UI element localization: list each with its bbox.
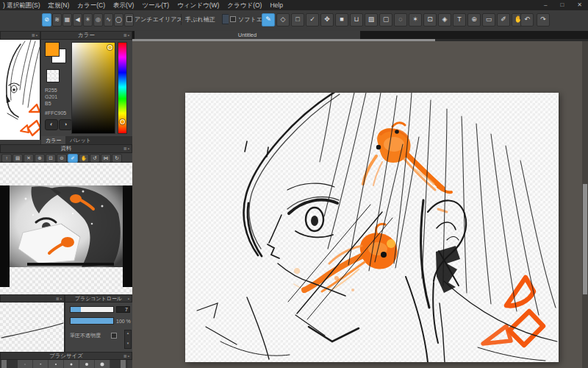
opacity-slider[interactable] — [70, 317, 114, 325]
flip-icon[interactable]: ⋈ — [101, 154, 111, 163]
edit-tool-icon[interactable]: ⊡ — [423, 13, 437, 26]
brush-size-preset[interactable] — [79, 360, 95, 368]
menu-item-window[interactable]: ウィンドウ(W) — [177, 0, 219, 10]
panel-collapse-icon[interactable]: ▪ — [128, 146, 130, 151]
tab-palette[interactable]: パレット — [65, 136, 96, 144]
menu-item-cloud[interactable]: クラウド(O) — [227, 0, 262, 10]
reference-image-view[interactable] — [0, 163, 132, 294]
scrollbar-thumb[interactable] — [1, 360, 7, 368]
color-mode-button-1[interactable]: ◐ — [45, 119, 58, 130]
undo-icon[interactable]: ↶ — [520, 13, 534, 26]
ruler-radial-icon[interactable]: ✳ — [83, 13, 93, 26]
panel-collapse-icon[interactable]: ▪ — [128, 33, 130, 38]
menu-item-color[interactable]: カラー(C) — [77, 0, 105, 10]
rotate-right-icon[interactable]: ↻ — [112, 154, 122, 163]
menu-item-ruler[interactable]: 定規(N) — [49, 0, 70, 10]
scrollbar-thumb[interactable] — [121, 360, 126, 368]
zoom-in-icon[interactable]: ⊕ — [35, 154, 45, 163]
menu-item-view[interactable]: 表示(V) — [113, 0, 134, 10]
folder-icon[interactable]: ▤ — [12, 154, 23, 163]
move-tool-icon[interactable]: ✥ — [320, 13, 334, 26]
maximize-button[interactable]: □ — [560, 0, 564, 10]
vertical-scrollbar-thumb[interactable] — [583, 184, 587, 294]
brush-size-preset[interactable] — [18, 360, 33, 368]
figure-tool-icon[interactable]: □ — [291, 13, 304, 26]
pen-tool-icon[interactable]: ✐ — [497, 13, 510, 26]
hue-slider-marker[interactable] — [120, 119, 125, 124]
bucket-tool-icon[interactable]: ⊔ — [350, 13, 363, 26]
antialias-checkbox-box[interactable] — [126, 16, 132, 22]
undo-redo-group: ↶ ↷ — [520, 13, 550, 26]
hand-icon[interactable]: ✋ — [79, 154, 89, 163]
delete-icon[interactable]: ✕ — [24, 154, 34, 163]
eyedropper-icon[interactable]: ✐ — [68, 154, 78, 163]
brush-size-preset[interactable] — [95, 360, 110, 368]
stepper-down-icon[interactable]: ▾ — [125, 341, 131, 345]
opacity-value: 100 % — [116, 318, 131, 325]
fit-view-icon[interactable]: ⊡ — [46, 154, 56, 163]
color-panel-tabs: カラー パレット — [40, 136, 132, 144]
stamp-tool-icon[interactable]: ◈ — [438, 13, 451, 26]
menu-items: ) 選択範囲(S) 定規(N) カラー(C) 表示(V) ツール(T) ウィンド… — [3, 0, 283, 10]
vertical-scrollbar[interactable] — [582, 41, 588, 368]
softedge-checkbox-box[interactable] — [230, 16, 236, 22]
eraser-tool-icon[interactable]: ▭ — [482, 13, 495, 26]
color-mode-button-2[interactable]: ◑ — [59, 119, 72, 130]
operation-tool-icon[interactable]: ⊕ — [467, 13, 481, 26]
brush-size-scrollbar-left[interactable] — [0, 360, 18, 368]
pressure-opacity-checkbox[interactable] — [111, 333, 117, 339]
brush-size-value[interactable]: 7 — [116, 306, 130, 313]
lasso-tool-icon[interactable]: ◌ — [394, 13, 407, 26]
decoration-tool-icon[interactable]: ◇ — [276, 13, 290, 26]
ruler-kaleidoscope-icon[interactable]: ◀ — [73, 13, 82, 26]
brush-size-scrollbar-right[interactable] — [110, 360, 128, 368]
ruler-wave-icon[interactable]: ≋ — [52, 13, 62, 26]
rgb-g-value: G201 — [45, 93, 57, 100]
ruler-circle-icon[interactable]: ◯ — [114, 13, 123, 26]
brush-size-preset[interactable] — [33, 360, 49, 368]
menu-bar: ) 選択範囲(S) 定規(N) カラー(C) 表示(V) ツール(T) ウィンド… — [0, 0, 588, 10]
saturation-value-picker[interactable] — [71, 42, 115, 134]
stepper-up-icon[interactable]: ▴ — [125, 330, 131, 335]
brush-tool-icon[interactable]: ✎ — [262, 13, 275, 26]
hue-slider[interactable] — [118, 42, 127, 134]
ruler-grid-icon[interactable]: ▦ — [62, 13, 72, 26]
sv-picker-marker[interactable] — [107, 45, 112, 50]
navigator-thumbnail[interactable] — [0, 40, 40, 140]
ruler-concentric-icon[interactable]: ◎ — [93, 13, 103, 26]
symmetry-off-icon[interactable]: ⊘ — [42, 13, 51, 26]
brush-size-slider[interactable] — [70, 306, 114, 313]
transparent-color-swatch[interactable] — [46, 69, 60, 82]
foreground-color-swatch[interactable] — [45, 42, 60, 57]
rotate-left-icon[interactable]: ↺ — [90, 154, 100, 163]
minimize-button[interactable]: – — [544, 0, 547, 10]
drawing-canvas[interactable] — [185, 93, 559, 362]
redo-icon[interactable]: ↷ — [537, 13, 550, 26]
antialias-checkbox[interactable]: アンチエイリアス — [126, 13, 183, 26]
document-tab-bar: Untitled — [132, 31, 588, 39]
ruler-curve-icon[interactable]: ∿ — [104, 13, 113, 26]
brush-size-preset[interactable] — [49, 360, 64, 368]
menu-item-tool[interactable]: ツール(T) — [142, 0, 169, 10]
panel-collapse-icon[interactable]: ▪ — [60, 297, 62, 301]
menu-item-help[interactable]: Help — [270, 0, 282, 10]
import-icon[interactable]: ↑ — [1, 154, 12, 163]
panel-collapse-icon[interactable]: ▪ — [128, 354, 130, 358]
value-stepper[interactable]: ▴ ▾ — [124, 330, 132, 349]
gradient-tool-icon[interactable]: ▨ — [365, 13, 378, 26]
correct-line-tool-icon[interactable]: ✓ — [306, 13, 319, 26]
zoom-out-icon[interactable]: ⊖ — [57, 154, 67, 163]
select-rect-tool-icon[interactable]: ▢ — [379, 13, 392, 26]
window-controls: – □ ✕ — [544, 0, 582, 10]
menu-item-selection[interactable]: ) 選択範囲(S) — [3, 0, 40, 10]
panel-collapse-icon[interactable]: ▪ — [36, 33, 38, 38]
text-tool-icon[interactable]: T — [453, 13, 466, 26]
panel-collapse-icon[interactable]: ▪ — [128, 297, 130, 301]
document-tab[interactable]: Untitled — [135, 31, 360, 39]
canvas-workspace[interactable] — [132, 41, 588, 368]
auto-select-tool-icon[interactable]: ✶ — [409, 13, 422, 26]
tab-color[interactable]: カラー — [41, 136, 65, 144]
brush-size-preset[interactable] — [64, 360, 79, 368]
close-button[interactable]: ✕ — [577, 0, 582, 10]
fill-area-tool-icon[interactable]: ■ — [335, 13, 348, 26]
